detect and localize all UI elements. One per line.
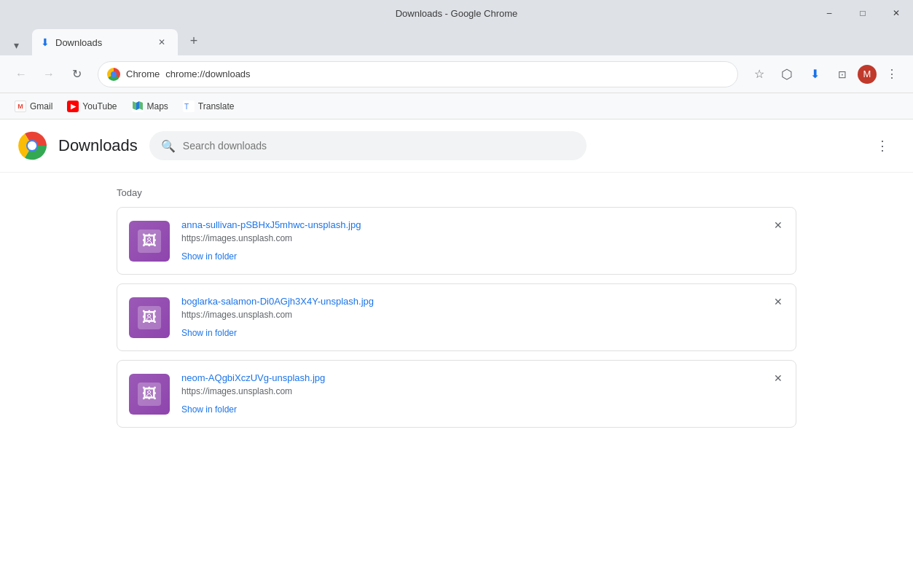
- page-title: Downloads: [58, 136, 138, 155]
- file-thumbnail-0: 🖼: [129, 221, 170, 262]
- profile-button[interactable]: M: [858, 65, 877, 84]
- download-item-1: 🖼 boglarka-salamon-Di0AGjh3X4Y-unsplash.…: [117, 283, 796, 351]
- tab-dropdown-button[interactable]: ▾: [6, 35, 26, 55]
- close-button[interactable]: ✕: [879, 0, 913, 26]
- file-thumb-inner-1: 🖼: [138, 306, 161, 329]
- svg-text:T: T: [184, 103, 189, 111]
- file-thumbnail-2: 🖼: [129, 374, 170, 415]
- maps-favicon: [132, 101, 144, 112]
- search-bar: 🔍: [149, 131, 587, 160]
- bookmark-youtube-label: YouTube: [82, 101, 117, 111]
- profile-initial: M: [863, 68, 871, 79]
- extensions-button[interactable]: ⬡: [775, 62, 799, 87]
- bookmark-icon: ☆: [754, 67, 764, 81]
- split-icon: ⊡: [838, 68, 847, 80]
- file-source-2: https://images.unsplash.com: [181, 386, 784, 396]
- dismiss-download-0[interactable]: ✕: [769, 216, 787, 234]
- extensions-icon: ⬡: [781, 66, 793, 82]
- window-title: Downloads - Google Chrome: [396, 8, 518, 19]
- chrome-security-icon: [107, 68, 120, 81]
- title-bar: Downloads - Google Chrome – □ ✕: [0, 0, 913, 26]
- tab-close-button[interactable]: ✕: [154, 35, 169, 50]
- show-in-folder-link-2[interactable]: Show in folder: [181, 404, 237, 415]
- forward-icon: →: [43, 68, 55, 81]
- more-dots-icon: ⋮: [876, 138, 889, 154]
- download-icon: ⬇: [810, 67, 820, 81]
- tab-label: Downloads: [55, 37, 149, 48]
- close-icon-0: ✕: [774, 219, 783, 231]
- image-file-icon-0: 🖼: [142, 232, 157, 249]
- main-content: Downloads 🔍 ⋮ Today 🖼 anna-sullivan-pSBH…: [0, 119, 913, 588]
- more-menu-button[interactable]: ⋮: [879, 62, 904, 87]
- show-in-folder-link-1[interactable]: Show in folder: [181, 328, 237, 338]
- downloads-list: Today 🖼 anna-sullivan-pSBHxJ5mhwc-unspla…: [0, 173, 913, 588]
- close-icon-1: ✕: [774, 296, 783, 307]
- more-menu-icon: ⋮: [886, 67, 898, 81]
- address-url-text: chrome://downloads: [165, 68, 729, 79]
- maximize-button[interactable]: □: [846, 0, 879, 26]
- file-info-0: anna-sullivan-pSBHxJ5mhwc-unsplash.jpg h…: [181, 219, 784, 262]
- bookmark-maps-label: Maps: [147, 101, 168, 111]
- file-thumbnail-1: 🖼: [129, 297, 170, 338]
- refresh-button[interactable]: ↻: [64, 62, 89, 87]
- file-source-0: https://images.unsplash.com: [181, 233, 784, 243]
- tab-bar: ▾ ⬇ Downloads ✕ +: [0, 26, 913, 55]
- downloads-tab[interactable]: ⬇ Downloads ✕: [32, 29, 178, 55]
- split-screen-button[interactable]: ⊡: [830, 62, 855, 87]
- file-name-link-2[interactable]: neom-AQgbiXczUVg-unsplash.jpg: [181, 372, 784, 383]
- close-icon-2: ✕: [774, 372, 783, 384]
- bookmarks-bar: M Gmail ▶ YouTube Maps T Translate: [0, 93, 913, 119]
- address-brand-label: Chrome: [126, 68, 160, 79]
- search-input[interactable]: [183, 140, 575, 152]
- dismiss-download-2[interactable]: ✕: [769, 369, 787, 387]
- dismiss-download-1[interactable]: ✕: [769, 293, 787, 310]
- youtube-favicon: ▶: [67, 101, 79, 112]
- bookmark-gmail[interactable]: M Gmail: [9, 98, 58, 115]
- svg-point-5: [28, 141, 36, 150]
- back-icon: ←: [15, 68, 27, 81]
- nav-right-controls: ☆ ⬡ ⬇ ⊡ M ⋮: [747, 62, 904, 87]
- show-in-folder-link-0[interactable]: Show in folder: [181, 251, 237, 262]
- image-file-icon-2: 🖼: [142, 385, 157, 402]
- tab-bar-left: ▾: [6, 35, 26, 55]
- file-thumb-inner-2: 🖼: [138, 383, 161, 406]
- file-name-link-0[interactable]: anna-sullivan-pSBHxJ5mhwc-unsplash.jpg: [181, 219, 784, 230]
- new-tab-button[interactable]: +: [184, 31, 204, 51]
- translate-favicon: T: [183, 101, 195, 112]
- chrome-logo: [17, 131, 47, 160]
- download-manager-button[interactable]: ⬇: [802, 62, 827, 87]
- gmail-favicon: M: [15, 101, 26, 112]
- navigation-bar: ← → ↻ Chrome chrome://downloads ☆ ⬡ ⬇ ⊡ …: [0, 55, 913, 93]
- bookmark-translate[interactable]: T Translate: [177, 98, 240, 115]
- bookmark-button[interactable]: ☆: [747, 62, 772, 87]
- section-today-label: Today: [117, 187, 796, 198]
- minimize-button[interactable]: –: [812, 0, 846, 26]
- svg-marker-1: [136, 101, 139, 110]
- back-button[interactable]: ←: [9, 62, 34, 87]
- file-info-1: boglarka-salamon-Di0AGjh3X4Y-unsplash.jp…: [181, 296, 784, 339]
- bookmark-gmail-label: Gmail: [30, 101, 52, 111]
- download-item-2: 🖼 neom-AQgbiXczUVg-unsplash.jpg https://…: [117, 360, 796, 428]
- download-item-0: 🖼 anna-sullivan-pSBHxJ5mhwc-unsplash.jpg…: [117, 207, 796, 275]
- tab-download-icon: ⬇: [41, 36, 50, 48]
- file-name-link-1[interactable]: boglarka-salamon-Di0AGjh3X4Y-unsplash.jp…: [181, 296, 784, 307]
- file-info-2: neom-AQgbiXczUVg-unsplash.jpg https://im…: [181, 372, 784, 415]
- forward-button[interactable]: →: [36, 62, 61, 87]
- address-bar[interactable]: Chrome chrome://downloads: [98, 61, 738, 87]
- downloads-more-menu[interactable]: ⋮: [869, 133, 896, 159]
- window-controls: – □ ✕: [812, 0, 913, 26]
- downloads-header: Downloads 🔍 ⋮: [0, 119, 913, 173]
- bookmark-maps[interactable]: Maps: [126, 98, 174, 115]
- bookmark-translate-label: Translate: [198, 101, 235, 111]
- search-icon: 🔍: [161, 139, 176, 153]
- refresh-icon: ↻: [72, 67, 82, 81]
- file-thumb-inner-0: 🖼: [138, 230, 161, 253]
- file-source-1: https://images.unsplash.com: [181, 310, 784, 320]
- image-file-icon-1: 🖼: [142, 309, 157, 326]
- bookmark-youtube[interactable]: ▶ YouTube: [61, 98, 122, 115]
